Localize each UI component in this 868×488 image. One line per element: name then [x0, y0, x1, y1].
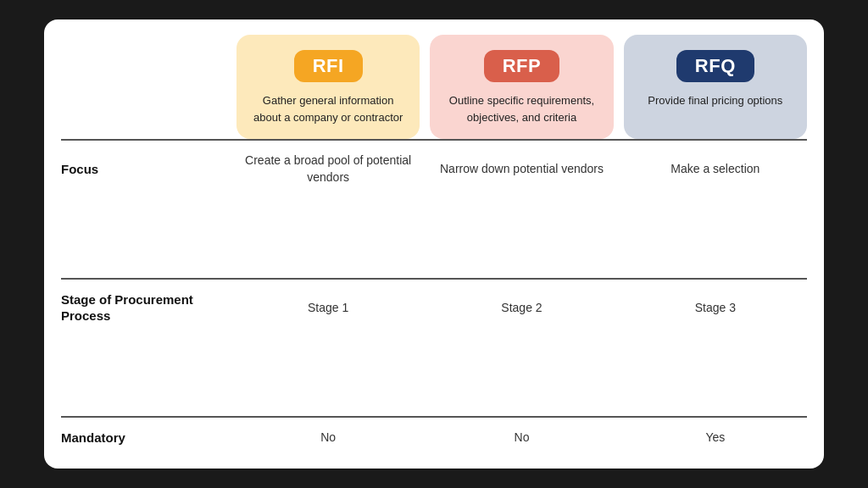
row-stage: Stage of Procurement ProcessStage 1Stage… — [61, 278, 807, 336]
rfp-purpose-text: Outline specific requirements, objective… — [443, 92, 599, 125]
comparison-table: RFIGather general information about a co… — [44, 19, 824, 469]
cell-rfi-stage: Stage 1 — [236, 291, 420, 324]
rfp-badge: RFP — [484, 50, 560, 82]
cell-rfp-stage: Stage 2 — [430, 291, 613, 324]
col-header-rfq: RFQProvide final pricing options — [624, 35, 807, 139]
cell-rfq-stage: Stage 3 — [624, 291, 807, 324]
row-label-mandatory: Mandatory — [61, 430, 226, 446]
rfi-badge: RFI — [294, 50, 363, 82]
col-header-rfp: RFPOutline specific requirements, object… — [430, 35, 613, 139]
row-mandatory: MandatoryNoNoYes — [61, 416, 807, 458]
row-label-focus: Focus — [61, 152, 226, 186]
row-label-stage: Stage of Procurement Process — [61, 291, 226, 324]
cell-rfp-mandatory: No — [430, 430, 613, 446]
row-focus: FocusCreate a broad pool of potential ve… — [61, 139, 807, 197]
col-header-rfi: RFIGather general information about a co… — [236, 35, 420, 139]
rows-section: FocusCreate a broad pool of potential ve… — [44, 139, 824, 469]
cell-rfq-mandatory: Yes — [624, 430, 807, 446]
cell-rfi-focus: Create a broad pool of potential vendors — [236, 152, 420, 186]
rfq-badge: RFQ — [676, 50, 754, 82]
table-wrapper: RFIGather general information about a co… — [44, 19, 824, 469]
header-empty-cell — [61, 35, 226, 139]
cell-rfi-mandatory: No — [236, 430, 420, 446]
cell-rfp-focus: Narrow down potential vendors — [430, 152, 613, 186]
column-headers: RFIGather general information about a co… — [44, 19, 824, 139]
rfi-purpose-text: Gather general information about a compa… — [250, 92, 406, 125]
cell-rfq-focus: Make a selection — [624, 152, 807, 186]
rfq-purpose-text: Provide final pricing options — [648, 92, 782, 109]
